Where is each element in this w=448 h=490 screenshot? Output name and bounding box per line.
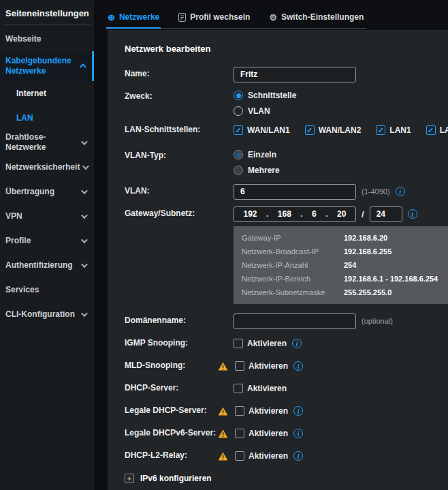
dhcp-l2-relay-checkbox[interactable]: Aktivieren <box>235 451 288 461</box>
dhcp-l2-relay-row: DHCP-L2-Relay: Aktivieren i <box>125 448 448 464</box>
gateway-label: Gateway/Subnetz: <box>125 206 234 218</box>
sidebar-divider <box>3 25 91 25</box>
name-input[interactable] <box>234 67 356 82</box>
dhcp-server-checkbox[interactable]: Aktivieren <box>234 384 287 393</box>
checkbox-checked-icon: ✓ <box>376 125 385 135</box>
chevron-down-icon <box>81 187 88 194</box>
ip-octet-3[interactable]: 6 <box>312 209 317 219</box>
gear-icon: ⚙ <box>269 13 277 22</box>
table-row: Netzwerk-Broadcast-IP 192.168.6.255 <box>234 245 448 258</box>
sidebar-item-internet[interactable]: Internet <box>0 81 94 106</box>
table-row-label: Gateway-IP <box>242 234 344 242</box>
subnet-info-table: Gateway-IP 192.168.6.20 Netzwerk-Broadca… <box>234 226 448 304</box>
info-icon[interactable]: i <box>292 339 302 348</box>
table-row-value: 192.168.6.20 <box>344 234 387 242</box>
tab-profil-wechseln[interactable]: Profil wechseln <box>178 12 250 22</box>
zweck-label: Zweck: <box>125 89 234 101</box>
sidebar-item-label: Übertragung <box>5 187 54 197</box>
chevron-down-icon <box>81 310 88 317</box>
chevron-down-icon <box>81 261 88 268</box>
checkbox-label: Aktivieren <box>247 339 287 348</box>
sidebar-item-drahtlose-netzwerke[interactable]: Drahtlose-Netzwerke <box>0 130 94 155</box>
checkbox-label: LAN2 <box>440 125 448 135</box>
edit-network-panel: Netzwerk bearbeiten Name: Zweck: Schnitt… <box>108 30 448 490</box>
checkbox-checked-icon: ✓ <box>426 125 436 135</box>
domain-label: Domänenname: <box>125 313 234 325</box>
table-row-label: Netzwerk-Broadcast-IP <box>242 247 344 256</box>
subnet-prefix-input[interactable] <box>370 206 402 222</box>
legale-dhcp-server-checkbox[interactable]: Aktivieren <box>235 406 288 416</box>
sidebar-item-cli-konfiguration[interactable]: CLI-Konfiguration <box>0 302 94 326</box>
warning-icon <box>218 362 228 371</box>
igmp-snooping-row: IGMP Snooping: Aktivieren i <box>125 335 448 352</box>
sidebar-item-label: LAN <box>16 113 33 123</box>
domain-input[interactable] <box>234 313 356 329</box>
sidebar-item-uebertragung[interactable]: Übertragung <box>0 179 94 204</box>
checkbox-checked-icon: ✓ <box>234 125 243 135</box>
tab-netzwerke[interactable]: ⊕ Netzwerke <box>108 12 159 22</box>
ip-octet-1[interactable]: 192 <box>243 209 257 219</box>
vlan-typ-label: VLAN-Typ: <box>125 148 234 160</box>
chevron-down-icon <box>81 236 88 243</box>
info-icon[interactable]: i <box>293 451 303 461</box>
chevron-down-icon <box>82 163 89 170</box>
sidebar-item-kabelgebundene-netzwerke[interactable]: Kabelgebundene Netzwerke <box>0 51 94 81</box>
warning-icon <box>218 429 228 438</box>
checkbox-wan-lan1[interactable]: ✓ WAN/LAN1 <box>234 125 290 135</box>
info-icon[interactable]: i <box>293 406 303 416</box>
table-row-label: Netzwerk-IP-Bereich <box>242 275 344 283</box>
mld-snooping-row: MLD-Snooping: Aktivieren i <box>125 358 448 374</box>
ip-octet-4[interactable]: 20 <box>337 209 346 219</box>
subnet-info-row: Gateway-IP 192.168.6.20 Netzwerk-Broadca… <box>125 225 448 311</box>
info-icon[interactable]: i <box>396 187 405 196</box>
sidebar-item-label: VPN <box>5 211 22 221</box>
checkbox-unchecked-icon <box>235 406 244 416</box>
table-row: Netzwerk-Subnetzmaske 255.255.255.0 <box>234 286 448 299</box>
dhcp-server-row: DHCP-Server: Aktivieren <box>125 380 448 397</box>
sidebar-item-label: Kabelgebundene Netzwerke <box>5 56 78 76</box>
vlan-row: VLAN: (1-4090) i <box>125 183 448 200</box>
gateway-ip-input[interactable]: 192 . 168 . 6 . 20 <box>234 206 356 222</box>
vlan-range-hint: (1-4090) <box>362 187 390 196</box>
radio-mehrere[interactable]: Mehrere <box>234 166 280 175</box>
chevron-down-icon <box>81 212 88 219</box>
gateway-row: Gateway/Subnetz: 192 . 168 . 6 . 20 / i <box>125 206 448 222</box>
mld-snooping-label: MLD-Snooping: <box>125 358 234 370</box>
dhcp-server-label: DHCP-Server: <box>125 380 234 393</box>
radio-label: Einzeln <box>248 150 276 159</box>
sidebar-item-vpn[interactable]: VPN <box>0 204 94 228</box>
sidebar-item-webseite[interactable]: Webseite <box>0 27 94 51</box>
igmp-snooping-checkbox[interactable]: Aktivieren <box>234 339 287 348</box>
subnet-separator: / <box>362 209 364 219</box>
sidebar-item-label: Drahtlose-Netzwerke <box>5 132 78 153</box>
sidebar-item-label: Services <box>5 285 39 295</box>
checkbox-lan2[interactable]: ✓ LAN2 <box>426 125 448 135</box>
checkbox-wan-lan2[interactable]: ✓ WAN/LAN2 <box>305 125 362 135</box>
checkbox-lan1[interactable]: ✓ LAN1 <box>376 125 411 135</box>
ipv6-label: IPv6 konfigurieren <box>140 474 212 483</box>
warning-icon <box>218 407 228 416</box>
legale-dhcpv6-server-checkbox[interactable]: Aktivieren <box>235 429 288 438</box>
info-icon[interactable]: i <box>293 429 303 438</box>
info-icon[interactable]: i <box>408 209 417 219</box>
chevron-down-icon <box>81 138 88 145</box>
vlan-input[interactable] <box>234 184 356 200</box>
sidebar-item-authentifizierung[interactable]: Authentifizierung <box>0 253 94 277</box>
radio-schnittstelle[interactable]: Schnittstelle <box>234 91 296 100</box>
radio-label: Schnittstelle <box>248 91 296 100</box>
table-row-value: 192.168.6.255 <box>344 247 391 256</box>
sidebar-item-netzwerksicherheit[interactable]: Netzwerksicherheit <box>0 155 94 179</box>
ip-octet-2[interactable]: 168 <box>278 209 291 219</box>
info-icon[interactable]: i <box>293 361 303 371</box>
tab-switch-einstellungen[interactable]: ⚙ Switch-Einstellungen <box>269 12 364 22</box>
expand-plus-icon[interactable]: + <box>125 474 134 483</box>
radio-einzeln[interactable]: Einzeln <box>234 150 276 159</box>
checkbox-unchecked-icon <box>235 451 244 461</box>
sidebar-item-profile[interactable]: Profile <box>0 228 94 253</box>
sidebar-item-lan[interactable]: LAN <box>0 106 94 130</box>
sidebar-item-services[interactable]: Services <box>0 277 94 302</box>
mld-snooping-checkbox[interactable]: Aktivieren <box>235 361 288 371</box>
checkbox-label: Aktivieren <box>249 361 288 371</box>
radio-vlan[interactable]: VLAN <box>234 106 270 116</box>
ipv6-expander[interactable]: + IPv6 konfigurieren <box>125 474 448 483</box>
